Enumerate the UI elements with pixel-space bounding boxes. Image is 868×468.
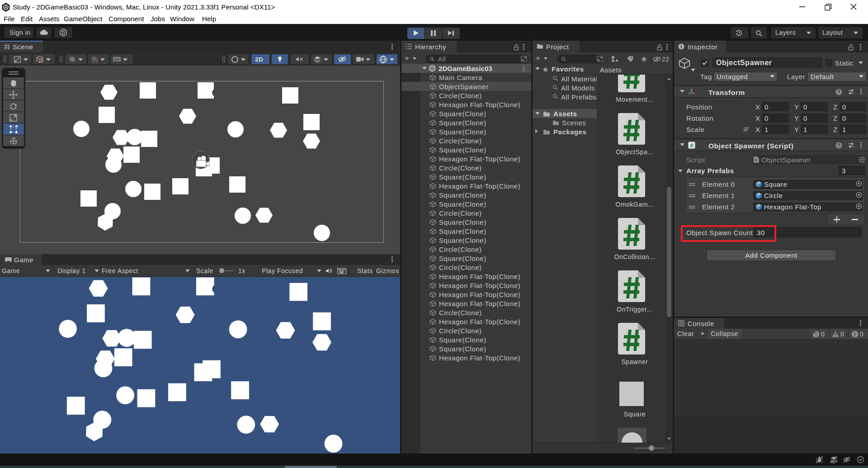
svg-text:Y: Y	[73, 59, 75, 62]
svg-text:D: D	[61, 30, 65, 35]
svg-text:?: ?	[837, 90, 840, 95]
svg-text:?: ?	[837, 143, 840, 148]
svg-text:#: #	[690, 142, 693, 149]
svg-text:#: #	[755, 158, 757, 162]
